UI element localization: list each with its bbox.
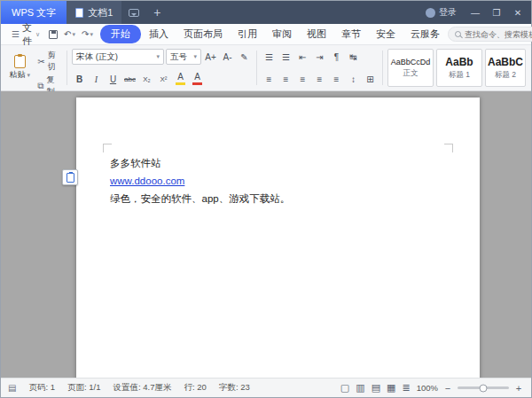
page[interactable]: 多多软件站 www.ddooo.com 绿色，安全的软件、app、游戏下载站。 — [76, 98, 480, 378]
style-label: 正文 — [403, 68, 419, 79]
document-canvas[interactable]: 多多软件站 www.ddooo.com 绿色，安全的软件、app、游戏下载站。 — [1, 91, 531, 378]
font-size-value: 五号 — [170, 51, 187, 63]
ribbon-separator — [256, 51, 257, 85]
hamburger-icon: ☰ — [12, 29, 20, 39]
view-read-mode-icon[interactable]: ▥ — [356, 382, 364, 394]
highlight-icon: A — [177, 73, 184, 82]
style-sample: AaBbC — [488, 56, 523, 68]
style-label: 标题 2 — [495, 70, 516, 81]
subscript-button[interactable]: X₂ — [139, 71, 154, 87]
styles-gallery: AaBbCcDd 正文 AaBb 标题 1 AaBbC 标题 2 — [387, 49, 526, 87]
comment-icon[interactable] — [129, 9, 139, 17]
tab-security[interactable]: 安全 — [369, 25, 403, 43]
view-fullscreen-icon[interactable]: ▢ — [340, 382, 349, 394]
font-size-caret-icon: ▾ — [193, 53, 197, 60]
align-center-button[interactable]: ≡ — [278, 71, 293, 87]
bold-button[interactable]: B — [72, 71, 87, 87]
search-icon — [455, 31, 461, 37]
style-sample: AaBb — [445, 56, 473, 68]
login-button[interactable]: 登录 — [419, 6, 464, 19]
command-search[interactable] — [448, 27, 532, 42]
numbering-button[interactable]: ☰ — [278, 49, 293, 65]
underline-button[interactable]: U — [106, 71, 121, 87]
style-card-heading1[interactable]: AaBb 标题 1 — [436, 49, 482, 87]
decrease-indent-button[interactable]: ⇤ — [295, 49, 310, 65]
undo-caret-icon: ▾ — [72, 31, 75, 38]
tab-home[interactable]: 开始 — [100, 25, 141, 43]
titlebar-right: 登录 — ❐ ✕ — [419, 4, 531, 21]
title-bar: WPS 文字 文档1 + 登录 — ❐ ✕ — [1, 1, 531, 24]
view-print-layout-icon[interactable]: ▤ — [372, 382, 380, 394]
redo-button[interactable]: ↷▾ — [79, 28, 96, 40]
justify-button[interactable]: ≡ — [312, 71, 327, 87]
zoom-level[interactable]: 100% — [417, 383, 438, 393]
show-marks-button[interactable]: ¶ — [329, 49, 344, 65]
distribute-button[interactable]: ≡ — [329, 71, 344, 87]
new-tab-button[interactable]: + — [146, 5, 168, 20]
zoom-in-button[interactable]: + — [513, 383, 524, 394]
increase-font-button[interactable]: A+ — [203, 49, 218, 65]
doc-heading-text[interactable]: 多多软件站 — [110, 154, 444, 172]
status-word-count[interactable]: 字数: 23 — [219, 382, 250, 394]
font-color-button[interactable]: A — [190, 71, 205, 87]
paste-caret-icon: ▾ — [27, 72, 30, 79]
align-right-button[interactable]: ≡ — [295, 71, 310, 87]
close-button[interactable]: ✕ — [508, 4, 528, 21]
view-outline-icon[interactable]: ≣ — [402, 382, 410, 394]
doc-link-text[interactable]: www.ddooo.com — [110, 176, 184, 186]
search-input[interactable] — [465, 30, 532, 39]
borders-button[interactable]: ⊞ — [363, 71, 378, 87]
superscript-button[interactable]: X² — [156, 71, 171, 87]
text-direction-button[interactable]: ↹ — [346, 49, 361, 65]
save-button[interactable] — [46, 29, 60, 40]
cut-label: 剪切 — [48, 50, 60, 73]
login-label: 登录 — [439, 6, 457, 19]
tab-review[interactable]: 审阅 — [265, 25, 299, 43]
font-color-icon: A — [194, 73, 200, 82]
increase-indent-button[interactable]: ⇥ — [312, 49, 327, 65]
page-content: 多多软件站 www.ddooo.com 绿色，安全的软件、app、游戏下载站。 — [76, 98, 480, 207]
paste-label: 粘贴 — [9, 69, 25, 81]
align-left-button[interactable]: ≡ — [262, 71, 277, 87]
decrease-font-button[interactable]: A- — [220, 49, 235, 65]
style-sample: AaBbCcDd — [391, 58, 431, 66]
zoom-slider-thumb[interactable] — [480, 384, 488, 392]
undo-button[interactable]: ↶▾ — [61, 28, 78, 40]
status-page-number: 页码: 1 — [28, 382, 55, 394]
style-card-normal[interactable]: AaBbCcDd 正文 — [387, 49, 434, 87]
ribbon-toolbar: 粘贴▾ ✂剪切 ⧉复制 宋体 (正文) ▾ 五号 ▾ A+ A- ✎ — [1, 45, 531, 91]
doc-body-text[interactable]: 绿色，安全的软件、app、游戏下载站。 — [110, 190, 444, 207]
tab-references[interactable]: 引用 — [231, 25, 264, 43]
italic-button[interactable]: I — [89, 71, 104, 87]
line-spacing-button[interactable]: ↕ — [346, 71, 361, 87]
tab-cloud[interactable]: 云服务 — [403, 25, 447, 43]
tab-page-layout[interactable]: 页面布局 — [176, 25, 230, 43]
view-web-layout-icon[interactable]: ▦ — [387, 382, 395, 394]
document-tab-label: 文档1 — [88, 6, 113, 20]
cut-button[interactable]: ✂剪切 — [35, 49, 62, 74]
tab-section[interactable]: 章节 — [334, 25, 368, 43]
bullets-button[interactable]: ☰ — [262, 49, 277, 65]
minimize-button[interactable]: — — [466, 4, 485, 21]
strikethrough-button[interactable]: abc — [122, 71, 137, 87]
doc-link[interactable]: www.ddooo.com — [110, 172, 444, 190]
file-caret-icon: ∨ — [35, 31, 40, 38]
paste-button[interactable]: 粘贴▾ — [6, 49, 33, 87]
font-color-bar — [192, 82, 202, 85]
font-size-select[interactable]: 五号 ▾ — [166, 49, 201, 65]
tab-view[interactable]: 视图 — [300, 25, 333, 43]
highlight-color-button[interactable]: A — [173, 71, 188, 87]
font-name-select[interactable]: 宋体 (正文) ▾ — [72, 49, 164, 65]
paste-options-button[interactable] — [62, 169, 78, 185]
maximize-button[interactable]: ❐ — [487, 4, 506, 21]
font-group: 宋体 (正文) ▾ 五号 ▾ A+ A- ✎ B I U abc X₂ X² A — [72, 49, 252, 87]
file-menu-label: 文件 — [22, 21, 32, 48]
zoom-out-button[interactable]: − — [442, 383, 453, 394]
font-effects-button[interactable]: ✎ — [237, 49, 252, 65]
document-tab[interactable]: 文档1 — [66, 1, 121, 24]
clipboard-group: 粘贴▾ ✂剪切 ⧉复制 — [6, 49, 62, 87]
zoom-slider[interactable] — [458, 386, 509, 389]
statusbar-right: ▢ ▥ ▤ ▦ ≣ 100% − + — [340, 382, 524, 394]
style-card-heading2[interactable]: AaBbC 标题 2 — [485, 49, 526, 87]
tab-insert[interactable]: 插入 — [142, 25, 176, 43]
